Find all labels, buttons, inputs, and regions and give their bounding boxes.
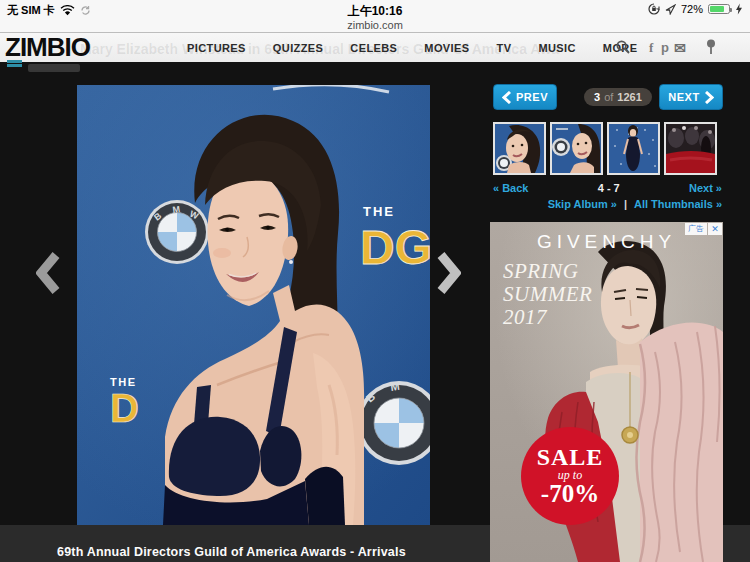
sale-percent: -70% bbox=[541, 482, 599, 506]
link-separator: | bbox=[624, 198, 627, 210]
battery-percent: 72% bbox=[681, 3, 703, 15]
bmw-letter-m2: M bbox=[390, 380, 401, 393]
screen: 无 SIM 卡 上午10:16 bbox=[0, 0, 750, 562]
album-links: Skip Album » | All Thumbnails » bbox=[493, 198, 722, 210]
ad-season-line1: SPRING bbox=[503, 260, 592, 283]
ad-season-line3: 2017 bbox=[503, 306, 592, 329]
thumbnail-5[interactable] bbox=[550, 122, 603, 175]
thumbnail-strip bbox=[493, 122, 717, 175]
next-chevron-icon bbox=[705, 91, 714, 104]
gallery-next-arrow[interactable] bbox=[437, 251, 461, 295]
dga-letters-top: DG bbox=[360, 221, 430, 274]
safari-chrome: 无 SIM 卡 上午10:16 bbox=[0, 0, 750, 33]
thumbs-back-link[interactable]: « Back bbox=[493, 182, 528, 194]
adchoices-label[interactable]: 广告 bbox=[685, 223, 707, 235]
counter-current: 3 bbox=[594, 91, 600, 103]
nav-celebs[interactable]: CELEBS bbox=[350, 42, 397, 54]
next-button[interactable]: NEXT bbox=[659, 84, 723, 110]
nav-music[interactable]: MUSIC bbox=[538, 42, 575, 54]
dga-logo-bottom: THE D bbox=[110, 376, 139, 430]
earring bbox=[289, 260, 293, 264]
next-label: NEXT bbox=[668, 91, 699, 103]
address-bar[interactable]: zimbio.com bbox=[0, 19, 750, 33]
nav-quizzes[interactable]: QUIZZES bbox=[273, 42, 323, 54]
status-right: 72% bbox=[648, 3, 743, 15]
sale-title: SALE bbox=[537, 446, 604, 468]
status-bar: 无 SIM 卡 上午10:16 bbox=[0, 0, 750, 19]
charging-bolt-icon bbox=[735, 3, 743, 15]
pin-icon[interactable] bbox=[706, 39, 716, 55]
thumbs-range: 4 - 7 bbox=[598, 182, 620, 194]
zimbio-logo[interactable]: ZIMBIO bbox=[5, 33, 90, 62]
thumbnail-6[interactable] bbox=[607, 122, 660, 175]
thumbnail-7[interactable] bbox=[664, 122, 717, 175]
nav-tv[interactable]: TV bbox=[497, 42, 512, 54]
skip-album-link[interactable]: Skip Album » bbox=[548, 198, 617, 210]
photo-counter: 3 of 1261 bbox=[584, 88, 652, 106]
location-icon bbox=[665, 4, 676, 15]
gallery-prev-arrow[interactable] bbox=[36, 251, 60, 295]
nav-movies[interactable]: MOVIES bbox=[424, 42, 469, 54]
main-nav: PICTURES QUIZZES CELEBS MOVIES TV MUSIC … bbox=[187, 33, 637, 62]
the-label-top: THE bbox=[363, 204, 395, 219]
model-ruffles bbox=[640, 323, 723, 562]
search-icon[interactable] bbox=[616, 40, 630, 54]
pinterest-icon[interactable]: p bbox=[661, 40, 669, 55]
ad-badges: 广告 ✕ bbox=[685, 223, 722, 235]
site-header: Mary Elizabeth Winstead in 69th Annual D… bbox=[0, 33, 750, 62]
nav-pictures[interactable]: PICTURES bbox=[187, 42, 246, 54]
prev-label: PREV bbox=[516, 91, 548, 103]
thumbs-next-link[interactable]: Next » bbox=[689, 182, 722, 194]
bmw-roundel-top: B M W bbox=[145, 200, 209, 264]
ad-sale-badge: SALE up to -70% bbox=[521, 427, 619, 525]
header-icons: f p ✉ bbox=[614, 33, 750, 62]
prev-chevron-icon bbox=[502, 91, 511, 104]
dga-letter-bottom: D bbox=[110, 386, 139, 430]
photo-caption: 69th Annual Directors Guild of America A… bbox=[57, 545, 406, 559]
givenchy-ad[interactable]: 广告 ✕ GIVENCHY SPRING SUMMER 2017 SALE up… bbox=[490, 222, 723, 562]
thumbnail-4[interactable] bbox=[493, 122, 546, 175]
main-photo[interactable]: B M W THE DG THE D B bbox=[77, 85, 430, 525]
header-artifact bbox=[28, 64, 80, 72]
counter-of: of bbox=[604, 91, 613, 103]
ad-close-icon[interactable]: ✕ bbox=[708, 223, 722, 235]
logo-underline bbox=[7, 60, 22, 67]
orientation-lock-icon bbox=[648, 3, 660, 15]
clock: 上午10:16 bbox=[0, 3, 750, 20]
prev-button[interactable]: PREV bbox=[493, 84, 557, 110]
facebook-icon[interactable]: f bbox=[649, 40, 653, 56]
counter-total: 1261 bbox=[617, 91, 641, 103]
dress-side bbox=[305, 467, 345, 525]
ad-season-line2: SUMMER bbox=[503, 283, 592, 306]
content-area: B M W THE DG THE D B bbox=[0, 62, 750, 562]
thumbnail-pager: « Back 4 - 7 Next » bbox=[493, 182, 722, 194]
ad-season: SPRING SUMMER 2017 bbox=[503, 260, 592, 329]
battery-icon bbox=[708, 4, 730, 14]
all-thumbnails-link[interactable]: All Thumbnails » bbox=[634, 198, 722, 210]
bmw-letter-m: M bbox=[172, 204, 181, 215]
email-icon[interactable]: ✉ bbox=[674, 40, 686, 56]
